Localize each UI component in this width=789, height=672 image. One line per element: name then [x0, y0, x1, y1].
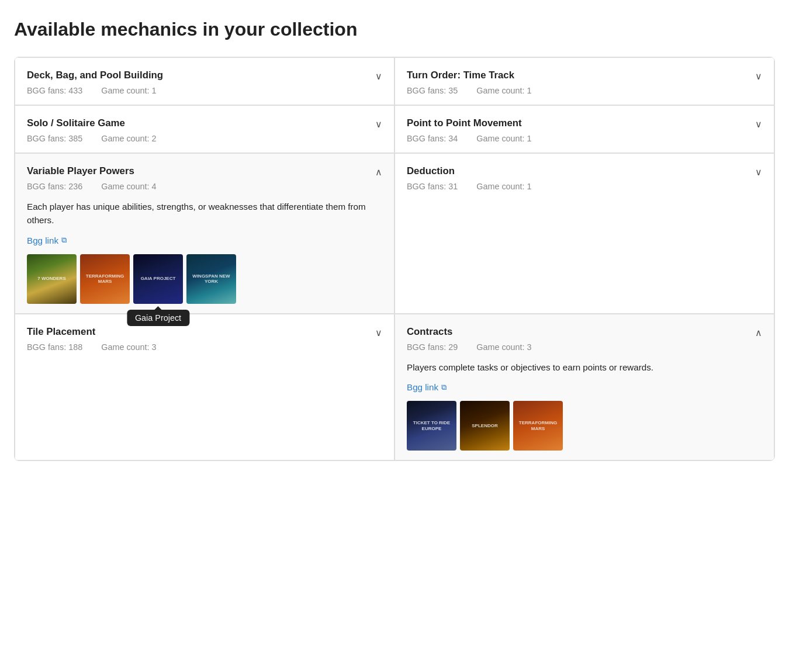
- mechanic-stats: BGG fans: 188 Game count: 3: [27, 342, 157, 352]
- mechanic-card-deduction: Deduction BGG fans: 31 Game count: 1 ∨: [394, 153, 774, 314]
- game-image-7wonders: 7 WONDERS: [27, 254, 77, 304]
- game-image-gaia-project: GAIA PROJECT: [133, 254, 183, 304]
- mechanic-card-variable-player-powers: Variable Player Powers BGG fans: 236 Gam…: [15, 153, 394, 314]
- card-header: Turn Order: Time Track BGG fans: 35 Game…: [407, 70, 762, 95]
- card-header: Variable Player Powers BGG fans: 236 Gam…: [27, 165, 382, 191]
- chevron-down-icon[interactable]: ∨: [755, 167, 762, 178]
- bgg-fans: BGG fans: 34: [407, 134, 458, 143]
- mechanic-name: Variable Player Powers: [27, 165, 157, 177]
- mechanic-stats: BGG fans: 385 Game count: 2: [27, 134, 157, 143]
- bgg-fans: BGG fans: 188: [27, 342, 82, 352]
- bgg-fans: BGG fans: 385: [27, 134, 82, 143]
- game-images: TICKET TO RIDE EUROPE SPLENDOR TERRAFORM…: [407, 401, 762, 451]
- bgg-fans: BGG fans: 31: [407, 182, 458, 191]
- bgg-link[interactable]: Bgg link ⧉: [407, 382, 447, 392]
- game-cover-label: GAIA PROJECT: [133, 254, 183, 304]
- external-link-icon: ⧉: [441, 383, 447, 392]
- chevron-down-icon[interactable]: ∨: [755, 71, 762, 82]
- card-header-text: Variable Player Powers BGG fans: 236 Gam…: [27, 165, 157, 191]
- card-header: Contracts BGG fans: 29 Game count: 3 ∧: [407, 326, 762, 352]
- mechanic-description: Players complete tasks or objectives to …: [407, 361, 762, 375]
- game-count: Game count: 1: [476, 134, 531, 143]
- game-image-container-gaia: GAIA PROJECT Gaia Project: [133, 254, 183, 304]
- mechanic-stats: BGG fans: 236 Game count: 4: [27, 182, 157, 191]
- mechanic-name: Point to Point Movement: [407, 117, 532, 129]
- mechanic-name: Tile Placement: [27, 326, 157, 338]
- card-header-text: Deck, Bag, and Pool Building BGG fans: 4…: [27, 70, 163, 95]
- card-header: Point to Point Movement BGG fans: 34 Gam…: [407, 117, 762, 143]
- card-header-text: Contracts BGG fans: 29 Game count: 3: [407, 326, 532, 352]
- mechanic-stats: BGG fans: 34 Game count: 1: [407, 134, 532, 143]
- mechanic-card-turn-order: Turn Order: Time Track BGG fans: 35 Game…: [394, 57, 774, 105]
- card-header: Deck, Bag, and Pool Building BGG fans: 4…: [27, 70, 382, 95]
- bgg-fans: BGG fans: 29: [407, 342, 458, 352]
- mechanic-name: Deduction: [407, 165, 532, 177]
- chevron-down-icon[interactable]: ∨: [755, 119, 762, 130]
- chevron-up-icon[interactable]: ∧: [375, 167, 382, 178]
- game-image-wingspan: WINGSPAN NEW YORK: [186, 254, 236, 304]
- mechanic-stats: BGG fans: 31 Game count: 1: [407, 182, 532, 191]
- game-count: Game count: 3: [476, 342, 531, 352]
- game-count: Game count: 3: [101, 342, 156, 352]
- card-header-text: Tile Placement BGG fans: 188 Game count:…: [27, 326, 157, 352]
- card-header-text: Turn Order: Time Track BGG fans: 35 Game…: [407, 70, 532, 95]
- game-image-ticket-to-ride: TICKET TO RIDE EUROPE: [407, 401, 456, 451]
- bgg-fans: BGG fans: 236: [27, 182, 82, 191]
- game-cover-label: 7 WONDERS: [27, 254, 77, 304]
- mechanic-card-solo-solitaire: Solo / Solitaire Game BGG fans: 385 Game…: [15, 105, 394, 153]
- mechanic-stats: BGG fans: 433 Game count: 1: [27, 86, 163, 95]
- card-header: Solo / Solitaire Game BGG fans: 385 Game…: [27, 117, 382, 143]
- card-header-text: Solo / Solitaire Game BGG fans: 385 Game…: [27, 117, 157, 143]
- bgg-fans: BGG fans: 35: [407, 86, 458, 95]
- mechanic-card-tile-placement: Tile Placement BGG fans: 188 Game count:…: [15, 314, 394, 461]
- mechanic-description: Each player has unique abilities, streng…: [27, 200, 382, 227]
- bgg-fans: BGG fans: 433: [27, 86, 82, 95]
- card-header-text: Point to Point Movement BGG fans: 34 Gam…: [407, 117, 532, 143]
- game-images: 7 WONDERS TERRAFORMING MARS GAIA PROJECT…: [27, 254, 382, 304]
- mechanic-name: Contracts: [407, 326, 532, 338]
- game-cover-label: WINGSPAN NEW YORK: [186, 254, 236, 304]
- mechanic-stats: BGG fans: 29 Game count: 3: [407, 342, 532, 352]
- game-cover-label: TERRAFORMING MARS: [80, 254, 130, 304]
- game-count: Game count: 1: [476, 182, 531, 191]
- game-cover-label: SPLENDOR: [460, 401, 510, 451]
- mechanic-card-contracts: Contracts BGG fans: 29 Game count: 3 ∧ P…: [394, 314, 774, 461]
- mechanic-stats: BGG fans: 35 Game count: 1: [407, 86, 532, 95]
- card-header: Tile Placement BGG fans: 188 Game count:…: [27, 326, 382, 352]
- game-cover-label: TERRAFORMING MARS: [513, 401, 563, 451]
- game-count: Game count: 4: [101, 182, 156, 191]
- chevron-down-icon[interactable]: ∨: [375, 327, 382, 338]
- game-cover-label: TICKET TO RIDE EUROPE: [407, 401, 456, 451]
- chevron-down-icon[interactable]: ∨: [375, 119, 382, 130]
- mechanic-name: Deck, Bag, and Pool Building: [27, 70, 163, 81]
- bgg-link[interactable]: Bgg link ⧉: [27, 235, 67, 245]
- mechanic-card-deck-bag-pool: Deck, Bag, and Pool Building BGG fans: 4…: [15, 57, 394, 105]
- external-link-icon: ⧉: [61, 235, 67, 245]
- game-count: Game count: 2: [101, 134, 156, 143]
- game-image-terraforming-mars-2: TERRAFORMING MARS: [513, 401, 563, 451]
- page-title: Available mechanics in your collection: [14, 19, 775, 40]
- mechanic-card-point-to-point: Point to Point Movement BGG fans: 34 Gam…: [394, 105, 774, 153]
- card-header: Deduction BGG fans: 31 Game count: 1 ∨: [407, 165, 762, 191]
- chevron-up-icon[interactable]: ∧: [755, 327, 762, 338]
- chevron-down-icon[interactable]: ∨: [375, 71, 382, 82]
- card-header-text: Deduction BGG fans: 31 Game count: 1: [407, 165, 532, 191]
- game-image-terraforming-mars: TERRAFORMING MARS: [80, 254, 130, 304]
- mechanic-name: Solo / Solitaire Game: [27, 117, 157, 129]
- game-image-splendor: SPLENDOR: [460, 401, 510, 451]
- mechanics-grid: Deck, Bag, and Pool Building BGG fans: 4…: [14, 57, 775, 461]
- game-count: Game count: 1: [476, 86, 531, 95]
- mechanic-name: Turn Order: Time Track: [407, 70, 532, 81]
- game-count: Game count: 1: [101, 86, 156, 95]
